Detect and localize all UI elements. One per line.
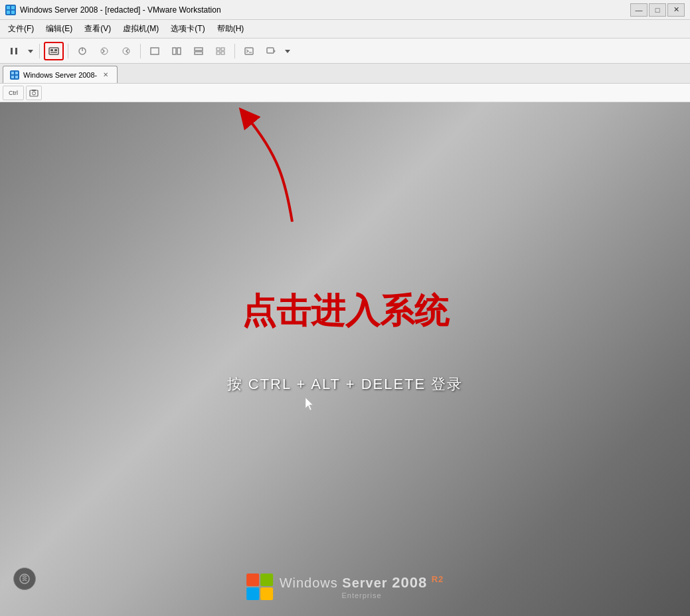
click-enter-text: 点击进入系统 [0,288,690,335]
title-bar-controls: — □ ✕ [630,3,685,17]
windows-logo-area: Windows Server 2008 R2 Enterprise [246,574,444,600]
svg-rect-26 [11,72,14,74]
svg-rect-1 [11,6,15,9]
terminal-button[interactable] [239,42,259,60]
maximize-button[interactable]: □ [649,3,666,17]
menu-edit[interactable]: 编辑(E) [41,21,78,37]
view-normal-button[interactable] [145,42,165,60]
title-bar-left: Windows Server 2008 - [redacted] - VMwar… [5,5,221,15]
menu-view[interactable]: 查看(V) [79,21,116,37]
svg-marker-25 [285,50,290,53]
svg-rect-20 [221,48,224,50]
menu-file[interactable]: 文件(F) [3,21,39,37]
svg-rect-21 [216,52,220,54]
svg-rect-19 [216,48,220,50]
svg-rect-28 [11,76,14,78]
view-split-button[interactable] [167,42,187,60]
accessibility-button[interactable] [13,568,36,590]
more-dropdown[interactable] [283,42,292,60]
view-grid-button[interactable] [211,42,230,60]
flag-tr [260,574,273,586]
flag-br [260,587,273,600]
ctrl-key-button[interactable]: Ctrl [3,86,24,100]
svg-rect-2 [7,11,10,14]
minimize-button[interactable]: — [630,3,647,17]
toolbar-separator-4 [234,44,235,58]
windows-product-name: Windows Server 2008 R2 [280,574,444,591]
menu-bar: 文件(F) 编辑(E) 查看(V) 虚拟机(M) 选项卡(T) 帮助(H) [0,20,690,38]
svg-rect-10 [50,52,57,53]
toolbar-separator-1 [39,44,40,58]
svg-point-31 [33,92,36,95]
power-button[interactable] [72,42,92,60]
svg-rect-5 [15,48,17,54]
view-stacked-button[interactable] [189,42,209,60]
ctrl-alt-del-text: 按 CTRL + ALT + DELETE 登录 [0,374,690,394]
tab-bar: Windows Server 2008- ✕ [0,64,690,84]
tab-vm-icon [10,70,19,80]
vm-screen[interactable]: 点击进入系统 按 CTRL + ALT + DELETE 登录 Windows … [0,102,690,616]
svg-rect-18 [195,52,203,54]
screenshot-button[interactable] [26,86,42,100]
svg-rect-16 [177,48,181,54]
toolbar-separator-3 [140,44,141,58]
svg-rect-0 [7,6,10,9]
windows-r2: R2 [432,574,444,584]
svg-rect-32 [32,90,36,91]
tab-close-button[interactable]: ✕ [101,70,110,80]
svg-rect-30 [30,90,38,96]
window-title: Windows Server 2008 - [redacted] - VMwar… [20,5,221,15]
svg-rect-3 [11,11,15,14]
vm-tab[interactable]: Windows Server 2008- ✕ [3,66,118,83]
toolbar [0,38,690,64]
snapshot-back-button[interactable] [94,42,114,60]
app-icon [5,5,16,15]
vm-main-text: 点击进入系统 按 CTRL + ALT + DELETE 登录 [0,288,690,394]
flag-tl [246,574,259,586]
title-bar: Windows Server 2008 - [redacted] - VMwar… [0,0,690,20]
send-ctrl-alt-del-button[interactable] [44,42,64,60]
close-button[interactable]: ✕ [667,3,685,17]
menu-tab[interactable]: 选项卡(T) [165,21,210,37]
svg-rect-8 [50,49,53,51]
annotation-arrow [186,102,319,235]
windows-flag-icon [246,574,273,600]
menu-help[interactable]: 帮助(H) [212,21,250,37]
vm-inner-toolbar: Ctrl [0,84,690,102]
svg-rect-15 [173,48,176,54]
snapshot-forward-button[interactable] [116,42,136,60]
pause-dropdown[interactable] [26,42,35,60]
tab-label: Windows Server 2008- [23,71,97,79]
svg-rect-17 [195,48,203,50]
menu-vm[interactable]: 虚拟机(M) [118,21,164,37]
svg-rect-24 [267,48,274,53]
pause-button[interactable] [4,42,24,60]
svg-marker-6 [28,50,33,53]
svg-rect-29 [15,76,18,78]
svg-rect-9 [54,49,57,51]
svg-rect-27 [15,72,18,74]
svg-rect-4 [11,48,13,54]
svg-rect-7 [49,48,58,54]
svg-rect-22 [221,52,224,54]
windows-edition: Enterprise [280,591,444,599]
svg-rect-14 [151,48,159,54]
toolbar-separator-2 [68,44,68,58]
more-button[interactable] [261,42,281,60]
windows-text-area: Windows Server 2008 R2 Enterprise [280,574,444,599]
flag-bl [246,587,259,600]
